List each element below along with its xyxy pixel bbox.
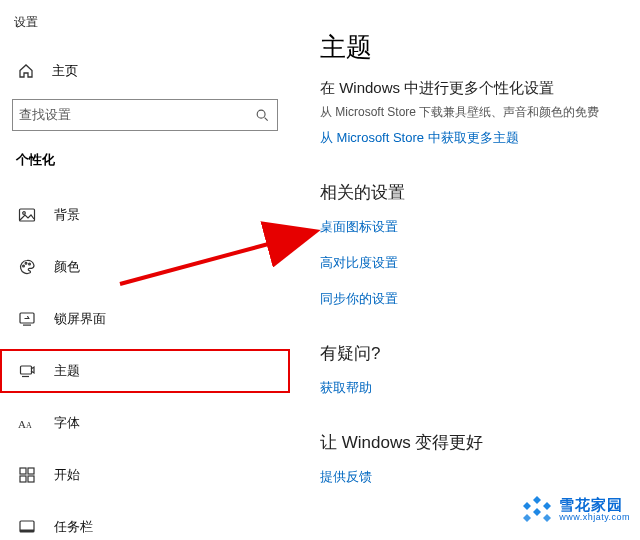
svg-rect-7 (23, 325, 31, 326)
home-nav[interactable]: 主页 (0, 51, 290, 95)
svg-point-4 (25, 262, 27, 264)
subtitle: 在 Windows 中进行更多个性化设置 (320, 79, 640, 98)
help-section: 有疑问? 获取帮助 (320, 342, 640, 397)
desktop-icons-link[interactable]: 桌面图标设置 (320, 218, 640, 236)
svg-rect-11 (20, 468, 26, 474)
svg-point-3 (23, 265, 25, 267)
fonts-icon: A A (18, 414, 36, 432)
sidebar-item-label: 字体 (54, 414, 80, 432)
sidebar-item-label: 锁屏界面 (54, 310, 106, 328)
related-settings-section: 相关的设置 桌面图标设置 高对比度设置 同步你的设置 (320, 181, 640, 308)
picture-icon (18, 206, 36, 224)
helper-text: 从 Microsoft Store 下载兼具壁纸、声音和颜色的免费 (320, 104, 640, 121)
home-icon (18, 63, 34, 79)
sidebar-item-fonts[interactable]: A A 字体 (0, 401, 290, 445)
svg-rect-12 (28, 468, 34, 474)
sidebar-item-label: 开始 (54, 466, 80, 484)
start-icon (18, 466, 36, 484)
svg-text:A: A (18, 418, 26, 430)
sidebar-item-label: 颜色 (54, 258, 80, 276)
related-settings-title: 相关的设置 (320, 181, 640, 204)
svg-point-5 (29, 263, 31, 265)
lockscreen-icon (18, 310, 36, 328)
feedback-link[interactable]: 提供反馈 (320, 468, 640, 486)
store-link[interactable]: 从 Microsoft Store 中获取更多主题 (320, 129, 640, 147)
sidebar-item-label: 主题 (54, 362, 80, 380)
svg-text:A: A (26, 421, 32, 430)
get-help-link[interactable]: 获取帮助 (320, 379, 640, 397)
feedback-title: 让 Windows 变得更好 (320, 431, 640, 454)
sidebar-item-themes[interactable]: 主题 (0, 349, 290, 393)
sidebar-item-background[interactable]: 背景 (0, 193, 290, 237)
taskbar-icon (18, 518, 36, 536)
nav-list: 背景 颜色 锁屏界 (0, 177, 290, 540)
svg-rect-13 (20, 476, 26, 482)
help-title: 有疑问? (320, 342, 640, 365)
feedback-section: 让 Windows 变得更好 提供反馈 (320, 431, 640, 486)
search-placeholder: 查找设置 (19, 106, 71, 124)
sidebar-item-label: 背景 (54, 206, 80, 224)
search-input[interactable]: 查找设置 (12, 99, 278, 131)
sidebar-item-taskbar[interactable]: 任务栏 (0, 505, 290, 540)
svg-rect-14 (28, 476, 34, 482)
svg-point-2 (23, 212, 26, 215)
svg-point-0 (257, 110, 265, 118)
app-title: 设置 (0, 8, 290, 51)
search-icon (255, 108, 269, 122)
sidebar-item-label: 任务栏 (54, 518, 93, 536)
category-label: 个性化 (0, 149, 290, 177)
svg-rect-1 (20, 209, 35, 221)
sidebar-item-lockscreen[interactable]: 锁屏界面 (0, 297, 290, 341)
settings-window: 设置 主页 查找设置 个性化 (0, 0, 640, 540)
svg-rect-8 (21, 366, 32, 374)
themes-icon (18, 362, 36, 380)
main-content: 主题 在 Windows 中进行更多个性化设置 从 Microsoft Stor… (290, 0, 640, 540)
palette-icon (18, 258, 36, 276)
home-label: 主页 (52, 62, 78, 80)
high-contrast-link[interactable]: 高对比度设置 (320, 254, 640, 272)
svg-rect-16 (20, 530, 34, 533)
sidebar-item-start[interactable]: 开始 (0, 453, 290, 497)
sync-settings-link[interactable]: 同步你的设置 (320, 290, 640, 308)
sidebar-item-colors[interactable]: 颜色 (0, 245, 290, 289)
page-title: 主题 (320, 30, 640, 65)
sidebar: 设置 主页 查找设置 个性化 (0, 0, 290, 540)
